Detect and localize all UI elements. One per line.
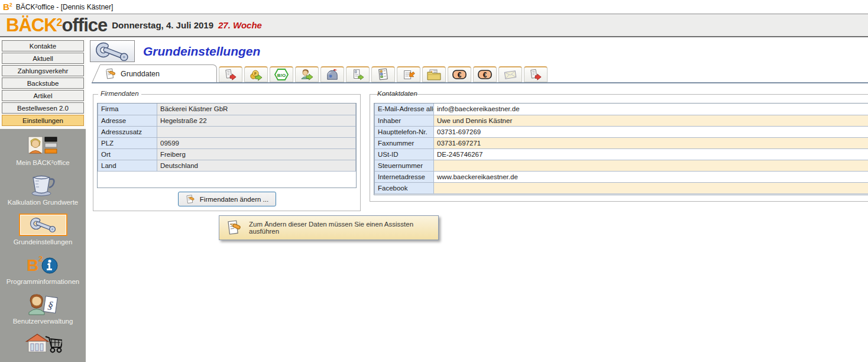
table-row: Internetadressewww.baeckereikaestner.de <box>375 171 868 182</box>
table-row: FirmaBäckerei Kästner GbR <box>98 104 356 115</box>
tool-programminformationen[interactable]: B 2 Programminformationen <box>7 253 79 285</box>
window-titlebar: B2 BÄCK²office - [Dennis Kästner] <box>0 0 868 14</box>
app-logo: BÄCK2office <box>6 16 107 34</box>
sidebar-item-backstube[interactable]: Backstube <box>2 77 84 89</box>
table-row: Faxnummer03731-697271 <box>375 137 868 148</box>
app-icon: B2 <box>3 2 12 11</box>
b2-info-icon: B 2 <box>25 253 60 276</box>
wrench-icon <box>19 214 67 236</box>
avatar-list-icon <box>27 134 58 157</box>
current-week: 27. Woche <box>218 20 262 30</box>
tool-benutzerverwaltung[interactable]: § Benutzerverwaltung <box>13 293 73 325</box>
tab-person-green-arrow[interactable] <box>295 66 319 82</box>
tab-catalog[interactable] <box>371 66 395 82</box>
firmendaten-groupbox: Firmendaten FirmaBäckerei Kästner GbR Ad… <box>93 94 361 211</box>
table-row: Haupttelefon-Nr.03731-697269 <box>375 126 868 137</box>
firmendaten-table: FirmaBäckerei Kästner GbR AdresseHegelst… <box>97 103 357 188</box>
tab-euro-coin[interactable]: € <box>448 66 471 82</box>
doc-pencil-icon <box>185 194 196 205</box>
tool-kalkulation-grundwerte[interactable]: Kalkulation Grundwerte <box>8 174 79 206</box>
tool-label: Mein BÄCK²office <box>16 159 70 166</box>
sidebar: Kontakte Aktuell Zahlungsverkehr Backstu… <box>0 37 86 361</box>
firmendaten-legend: Firmendaten <box>98 90 141 97</box>
tab-label: Grunddaten <box>121 70 160 78</box>
tool-mein-baeckoffice[interactable]: Mein BÄCK²office <box>16 134 70 166</box>
firmendaten-aendern-button[interactable]: Firmendaten ändern ... <box>178 192 276 206</box>
tool-shop[interactable] <box>24 332 62 357</box>
table-row: LandDeutschland <box>98 160 356 171</box>
sidebar-item-einstellungen[interactable]: Einstellungen <box>2 115 84 126</box>
tab-folder-card[interactable] <box>422 66 446 82</box>
tool-label: Programminformationen <box>7 278 79 285</box>
table-row: InhaberUwe und Dennis Kästner <box>375 115 868 126</box>
button-label: Firmendaten ändern ... <box>200 196 268 203</box>
page-header: Grundeinstellungen <box>90 40 260 62</box>
kontaktdaten-table: E-Mail-Adresse allg.info@baeckereikaestn… <box>374 103 868 195</box>
svg-text:2: 2 <box>38 254 43 263</box>
svg-text:B: B <box>27 256 38 274</box>
sidebar-item-zahlungsverkehr[interactable]: Zahlungsverkehr <box>2 65 84 76</box>
assistant-tooltip: Zum Ändern dieser Daten müssen Sie einen… <box>219 215 439 240</box>
kontaktdaten-legend: Kontaktdaten <box>375 90 420 97</box>
table-row: Steuernummer <box>375 160 868 171</box>
tooltip-text: Zum Ändern dieser Daten müssen Sie einen… <box>249 221 432 235</box>
main-content: Grundeinstellungen <box>86 37 868 361</box>
table-row: OrtFreiberg <box>98 148 356 160</box>
app-header: BÄCK2office Donnerstag, 4. Juli 2019 27.… <box>0 14 868 37</box>
table-row: USt-IDDE-245746267 <box>375 148 868 160</box>
tab-bio-seal[interactable]: B!O <box>270 66 293 82</box>
tool-grundeinstellungen[interactable]: Grundeinstellungen <box>14 214 73 245</box>
svg-text:€: € <box>458 71 462 79</box>
shop-cart-icon <box>24 332 62 355</box>
tab-doc-orange-arrow[interactable] <box>397 66 420 82</box>
tab-money-green-arrow[interactable]: F <box>244 66 268 82</box>
kontaktdaten-groupbox: Kontaktdaten E-Mail-Adresse allg.info@ba… <box>370 94 868 202</box>
user-paragraph-icon: § <box>27 293 60 315</box>
sidebar-item-aktuell[interactable]: Aktuell <box>2 53 84 64</box>
doc-pencil-icon <box>225 219 243 237</box>
tool-label: Grundeinstellungen <box>14 238 73 245</box>
tab-baseline <box>92 82 868 83</box>
tool-label: Benutzerverwaltung <box>13 318 73 325</box>
sidebar-nav: Kontakte Aktuell Zahlungsverkehr Backstu… <box>0 37 86 129</box>
sidebar-item-kontakte[interactable]: Kontakte <box>2 40 84 51</box>
table-row: Facebook <box>375 182 868 193</box>
table-row: Adresszusatz <box>98 126 356 137</box>
page-wrench-icon <box>90 40 135 62</box>
tab-doc-red-arrow-2[interactable] <box>524 66 548 82</box>
svg-text:B!O: B!O <box>277 73 286 78</box>
page-title: Grundeinstellungen <box>143 44 260 59</box>
tab-doc-red-arrow[interactable] <box>219 66 242 82</box>
tab-envelope[interactable] <box>498 66 522 82</box>
window-title: BÄCK²office - [Dennis Kästner] <box>16 3 114 11</box>
table-row: E-Mail-Adresse allg.info@baeckereikaestn… <box>375 104 868 115</box>
measuring-cup-icon <box>27 174 58 196</box>
sidebar-tools: Mein BÄCK²office Kalkulation Grundwerte <box>0 129 86 362</box>
tool-label: Kalkulation Grundwerte <box>8 199 79 206</box>
doc-pencil-icon <box>104 67 117 80</box>
table-row: AdresseHegelstraße 22 <box>98 115 356 126</box>
tab-mailbox[interactable] <box>320 66 344 82</box>
sidebar-item-artikel[interactable]: Artikel <box>2 90 84 101</box>
svg-text:F: F <box>254 72 257 76</box>
tab-strip: Grunddaten F B!O <box>86 64 868 83</box>
sidebar-item-bestellwesen[interactable]: Bestellwesen 2.0 <box>2 102 84 114</box>
tab-doc-green-arrow[interactable] <box>346 66 370 82</box>
current-date: Donnerstag, 4. Juli 2019 <box>112 20 213 30</box>
tab-grunddaten[interactable]: Grunddaten <box>100 64 217 82</box>
tab-euro-coin-2[interactable]: € <box>473 66 497 82</box>
table-row: PLZ09599 <box>98 137 356 148</box>
svg-text:€: € <box>483 71 487 79</box>
